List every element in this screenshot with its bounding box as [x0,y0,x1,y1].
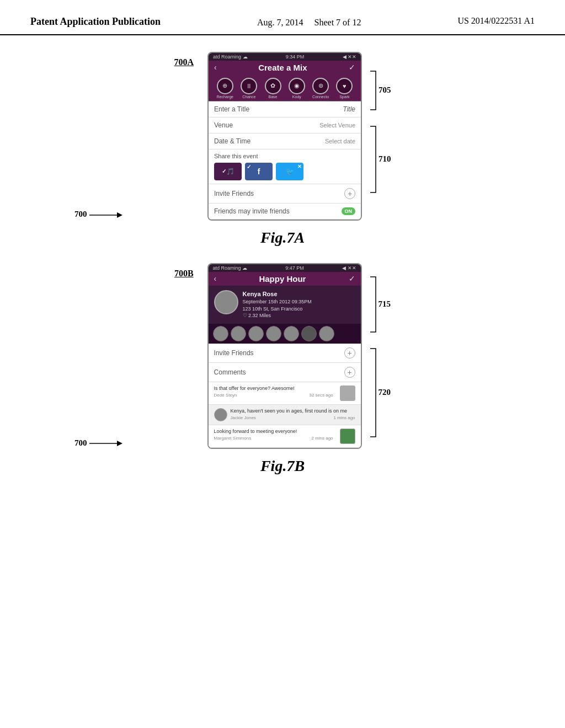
invite-friends-label: Invite Friends [214,190,254,197]
pointer-arrow-7a [89,210,122,221]
bracket-710 [367,124,379,195]
invite-friends-row-7b[interactable]: Invite Friends + [209,344,361,363]
nav-bar-7a: ‹ Create a Mix ✓ [209,61,361,74]
time-7a: 9:34 PM [286,54,305,60]
mixcloud-check: ✓ [222,168,226,174]
figure-7a-row: 700A atd Roaming ☁ 9:34 PM ◀ ✕✕ ‹ Create… [30,52,535,221]
twitter-x: ✕ [297,164,302,169]
fig-7a-pointer: 700 [30,210,535,221]
spark-icon: ♥ [336,78,353,94]
mixcloud-icon: 🎵 [226,168,234,175]
comment-1-avatar [340,386,355,401]
svg-point-3 [218,305,234,313]
comment-1-author: Dede Steyn [214,393,237,398]
icon-chance[interactable]: II Chance [241,78,257,99]
icon-recharge[interactable]: ⊕ Recharge [217,78,233,99]
kody-label: Kody [292,95,301,99]
form-row-venue[interactable]: Venue Select Venue [209,117,361,133]
svg-point-2 [222,295,231,304]
venue-field-label: Venue [214,121,233,129]
venue-field-action: Select Venue [319,122,355,129]
event-host-name: Kenya Rose [243,290,312,298]
datetime-field-label: Date & Time [214,137,250,145]
share-facebook-btn[interactable]: ✓ f [245,163,273,180]
connecto-icon: ⊛ [312,78,329,94]
ref-710-group: 710 [367,124,391,195]
date-label: Aug. 7, 2014 [257,18,303,27]
share-section: Share this event ✓ 🎵 ✓ f 🐦 ✕ [209,149,361,184]
recharge-icon: ⊕ [217,78,233,94]
attendee-5 [284,326,299,341]
fig-7b-700-label: 700 [74,438,87,448]
comment-2-meta: Jackie Jones 1 mins ago [231,415,355,420]
page-header: Patent Application Publication Aug. 7, 2… [0,0,565,35]
comment-1: Is that offer for everyone? Awesome! Ded… [209,382,361,405]
event-header-7b: Kenya Rose September 15th 2012 09:35PM 1… [209,286,361,324]
header-left: Patent Application Publication [30,15,161,28]
figure-7a-container: 700A atd Roaming ☁ 9:34 PM ◀ ✕✕ ‹ Create… [30,52,535,258]
icon-spark[interactable]: ♥ Spark [336,78,353,99]
time-7b: 9:47 PM [285,265,304,271]
share-mixcloud-btn[interactable]: ✓ 🎵 [214,163,242,180]
comment-2-time: 1 mins ago [333,415,355,420]
comment-2: Kenya, haven't seen you in ages, first r… [209,405,361,425]
fig-7a-700-label: 700 [74,210,87,221]
title-field-value: Title [343,105,355,113]
status-text-7b: atd Roaming ☁ [213,265,248,271]
host-avatar-svg [215,291,237,313]
event-distance: ♡ 2.32 Miles [243,312,312,319]
fig-7b-caption: Fig.7B [260,457,305,475]
fig-7a-caption: Fig.7A [260,229,305,247]
comments-label: Comments [214,368,246,376]
comments-row[interactable]: Comments + [209,363,361,382]
comment-2-avatar [214,408,227,421]
figure-7b-container: 700B atd Roaming ☁ 9:47 PM ◀ ✕✕ ‹ Happy … [30,263,535,486]
ref-720-group: 720 [367,346,391,440]
twitter-icon: 🐦 [286,168,294,175]
publication-label: Patent Application Publication [30,16,161,27]
connecto-label: Connecto [312,95,329,99]
figure-7b-row: 700B atd Roaming ☁ 9:47 PM ◀ ✕✕ ‹ Happy … [30,263,535,449]
bracket-715 [367,274,379,335]
fig-7b-label: 700B [174,269,194,279]
icon-connecto[interactable]: ⊛ Connecto [312,78,329,99]
add-comment-btn[interactable]: + [344,367,355,378]
datetime-field-action: Select date [325,138,355,144]
share-twitter-btn[interactable]: 🐦 ✕ [276,163,303,180]
comment-2-author: Jackie Jones [231,415,256,420]
bracket-705 [367,68,379,113]
event-address: 123 10th St, San Francisco [243,306,312,313]
fig-7a-label: 700A [174,57,194,67]
status-bar-7a: atd Roaming ☁ 9:34 PM ◀ ✕✕ [209,53,361,61]
add-friends-btn-7b[interactable]: + [344,347,355,358]
attendee-7 [319,326,334,341]
nav-back-7b[interactable]: ‹ [214,274,217,283]
comment-1-body: Is that offer for everyone? Awesome! Ded… [214,386,333,398]
pointer-arrow-7b [89,438,122,449]
recharge-label: Recharge [217,95,233,99]
icon-kody[interactable]: ◉ Kody [289,78,305,99]
comment-2-text: Kenya, haven't seen you in ages, first r… [231,408,355,415]
ref-705-label: 705 [379,85,391,95]
title-field-label: Enter a Title [214,105,249,113]
ref-715-label: 715 [379,299,391,309]
comment-1-meta: Dede Steyn 32 secs ago [214,393,333,398]
nav-back-7a[interactable]: ‹ [214,63,217,72]
form-row-title[interactable]: Enter a Title Title [209,101,361,117]
share-label: Share this event [214,153,355,159]
invite-friends-row[interactable]: Invite Friends + [209,184,361,204]
signals-7b: ◀ ✕✕ [342,265,356,271]
add-friends-btn[interactable]: + [344,188,355,199]
nav-check-7b[interactable]: ✓ [349,274,355,283]
main-content: 700A atd Roaming ☁ 9:34 PM ◀ ✕✕ ‹ Create… [0,35,565,508]
status-bar-7b: atd Roaming ☁ 9:47 PM ◀ ✕✕ [209,264,361,272]
form-row-datetime[interactable]: Date & Time Select date [209,133,361,149]
icon-base[interactable]: ✿ Base [265,78,281,99]
attendee-4 [266,326,281,341]
facebook-check: ✓ [247,164,251,170]
attendee-row [209,324,361,344]
phone-mockup-7a: atd Roaming ☁ 9:34 PM ◀ ✕✕ ‹ Create a Mi… [207,52,362,221]
nav-check-7a[interactable]: ✓ [349,63,355,72]
fig-7b-pointer: 700 [30,438,535,449]
base-icon: ✿ [265,78,281,94]
